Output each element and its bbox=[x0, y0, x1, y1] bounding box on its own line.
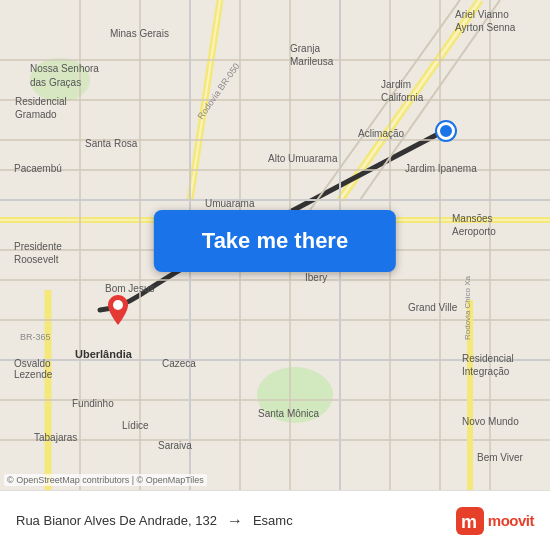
take-me-there-button[interactable]: Take me there bbox=[154, 210, 396, 272]
label-residencial-integracao: ResidencialIntegração bbox=[462, 352, 514, 378]
destination-marker bbox=[437, 122, 455, 140]
label-presidente-roosevelt: PresidenteRoosevelt bbox=[14, 240, 62, 266]
map-container: Rodovia BR-050 Rodovia Chico Xa BR-365 M… bbox=[0, 0, 550, 490]
label-saraiva: Saraiva bbox=[158, 440, 192, 451]
svg-text:BR-365: BR-365 bbox=[20, 332, 51, 342]
map-attribution: © OpenStreetMap contributors | © OpenMap… bbox=[4, 474, 207, 486]
label-residencial-gramado: ResidencialGramado bbox=[15, 95, 67, 121]
label-granja-marileusa: GranjaMarileusa bbox=[290, 42, 333, 68]
label-osvaldo-lezende: OsvaldoLezende bbox=[14, 358, 52, 380]
label-tabajaras: Tabajaras bbox=[34, 432, 77, 443]
label-alto-umuarama: Alto Umuarama bbox=[268, 153, 337, 164]
label-lidice: Lídice bbox=[122, 420, 149, 431]
moovit-logo: m moovit bbox=[456, 507, 534, 535]
route-from: Rua Bianor Alves De Andrade, 132 bbox=[16, 513, 217, 528]
route-arrow: → bbox=[227, 512, 243, 530]
label-ibery: Ibery bbox=[305, 272, 327, 283]
label-umuarama: Umuarama bbox=[205, 198, 254, 209]
bottom-bar: Rua Bianor Alves De Andrade, 132 → Esamc… bbox=[0, 490, 550, 550]
label-bom-jesus: Bom Jesus bbox=[105, 283, 154, 294]
label-mansoes-aeroporto: MansõesAeroporto bbox=[452, 212, 496, 238]
label-cazeca: Cazeca bbox=[162, 358, 196, 369]
label-bem-viver: Bem Viver bbox=[477, 452, 523, 463]
label-grand-ville: Grand Ville bbox=[408, 302, 457, 313]
label-ariel-viano: Ariel ViannoAyrton Senna bbox=[455, 8, 515, 34]
svg-text:m: m bbox=[461, 512, 477, 532]
route-to: Esamc bbox=[253, 513, 293, 528]
label-jardim-ipanema: Jardim Ipanema bbox=[405, 163, 477, 174]
label-minas-gerais: Minas Gerais bbox=[110, 28, 169, 39]
origin-pin bbox=[104, 295, 132, 331]
label-nossa-senhora: Nossa Senhoradas Graças bbox=[30, 62, 99, 90]
label-santa-rosa: Santa Rosa bbox=[85, 138, 137, 149]
svg-point-37 bbox=[113, 300, 123, 310]
label-pacaembu: Pacaembú bbox=[14, 163, 62, 174]
label-acliamacao: Aclimação bbox=[358, 128, 404, 139]
moovit-wordmark: moovit bbox=[488, 512, 534, 529]
label-fundinho: Fundinho bbox=[72, 398, 114, 409]
label-santa-monica: Santa Mônica bbox=[258, 408, 319, 419]
label-uberlandia: Uberlândia bbox=[75, 348, 132, 360]
label-jardim-california: JardimCalifornia bbox=[381, 78, 423, 104]
svg-text:Rodovia Chico Xa: Rodovia Chico Xa bbox=[463, 275, 472, 340]
moovit-icon: m bbox=[456, 507, 484, 535]
label-novo-mundo: Novo Mundo bbox=[462, 416, 519, 427]
